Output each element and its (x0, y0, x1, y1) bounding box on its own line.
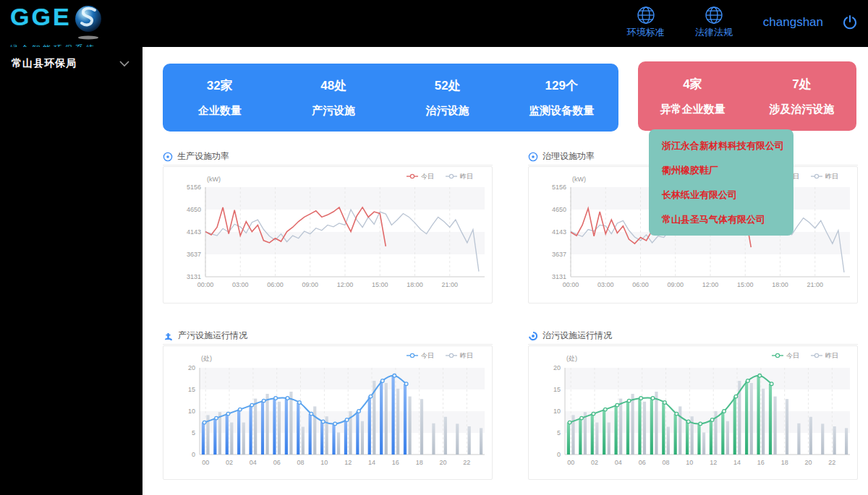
svg-text:12: 12 (344, 459, 352, 466)
svg-text:00:00: 00:00 (197, 281, 214, 288)
nav-label: 环境标准 (627, 26, 665, 39)
org-name: 常山县环保局 (12, 57, 77, 70)
abnormal-stats-card[interactable]: 4家 异常企业数量 7处 涉及治污设施 (638, 61, 856, 131)
svg-text:06: 06 (273, 459, 281, 466)
svg-text:14: 14 (733, 459, 741, 466)
svg-text:昨日: 昨日 (460, 173, 473, 180)
sidebar-item-org[interactable]: 常山县环保局 (0, 47, 142, 70)
svg-text:(kW): (kW) (207, 176, 221, 183)
svg-text:3131: 3131 (552, 273, 566, 280)
svg-text:06:00: 06:00 (632, 281, 649, 288)
svg-text:15:00: 15:00 (372, 281, 388, 288)
svg-text:10: 10 (188, 408, 195, 415)
target-icon (163, 152, 173, 162)
svg-text:12:00: 12:00 (702, 281, 719, 288)
production-power-chart: 51564650414336373131(kW)00:0003:0006:000… (163, 167, 492, 303)
svg-text:今日: 今日 (421, 352, 434, 359)
stat-enterprises: 32家 企业数量 (163, 64, 277, 132)
svg-text:04: 04 (250, 459, 257, 466)
faucet-icon (163, 331, 174, 341)
stat-monitoring-devices: 129个 监测设备数量 (505, 64, 619, 132)
nav-item-env-standards[interactable]: 环境标准 (627, 6, 665, 39)
stat-value: 32家 (207, 77, 233, 94)
top-navigation: 环境标准 法律法规 changshan (627, 6, 861, 39)
svg-text:15:00: 15:00 (737, 281, 754, 288)
svg-text:(处): (处) (566, 355, 577, 362)
svg-text:04: 04 (615, 459, 622, 466)
abnormal-company-dropdown: 浙江永合新材料科技有限公司 衢州橡胶鞋厂 长林纸业有限公司 常山县圣马气体有限公… (649, 129, 793, 236)
username[interactable]: changshan (763, 15, 823, 30)
company-link[interactable]: 常山县圣马气体有限公司 (649, 207, 793, 232)
svg-text:4650: 4650 (552, 206, 566, 213)
svg-text:18:00: 18:00 (407, 281, 423, 288)
stat-label: 企业数量 (198, 104, 242, 118)
svg-text:09:00: 09:00 (302, 281, 318, 288)
chart-card: 51564650414336373131(kW)00:0003:0006:000… (163, 166, 493, 304)
production-power-section: 生产设施功率 51564650414336373131(kW)00:0003:0… (163, 148, 493, 304)
chart-title: 生产设施功率 (177, 150, 229, 163)
company-link[interactable]: 衢州橡胶鞋厂 (649, 158, 793, 183)
svg-text:16: 16 (392, 459, 399, 466)
legend-item[interactable]: 今日 (407, 352, 434, 359)
stat-pollution-facilities: 48处 产污设施 (277, 64, 391, 132)
chart-card: 20151050(处)000204060810121416182022今日昨日 (528, 345, 858, 480)
stat-treatment-facilities: 52处 治污设施 (391, 64, 505, 132)
legend-item[interactable]: 昨日 (446, 173, 473, 180)
chevron-down-icon (119, 61, 129, 67)
treatment-facility-status-section: 治污设施运行情况 20151050(处)00020406081012141618… (528, 327, 858, 480)
legend-item[interactable]: 昨日 (446, 352, 473, 359)
globe-icon (705, 6, 723, 25)
svg-text:00: 00 (567, 459, 574, 466)
svg-text:10: 10 (553, 408, 561, 415)
svg-text:20: 20 (188, 364, 195, 371)
svg-text:(kW): (kW) (572, 176, 586, 183)
svg-text:3637: 3637 (552, 251, 566, 258)
sphere-s-logo-icon (73, 4, 105, 42)
svg-text:5156: 5156 (552, 184, 566, 191)
topbar: GGE 绿金智能环保系统 (0, 0, 868, 47)
stat-abnormal-enterprises: 4家 异常企业数量 (638, 61, 747, 131)
nav-label: 法律法规 (695, 26, 733, 39)
logout-button[interactable] (842, 14, 858, 30)
chart-title: 产污设施运行情况 (178, 330, 247, 342)
svg-text:15: 15 (188, 386, 195, 393)
svg-text:今日: 今日 (786, 352, 799, 359)
chart-card: 20151050(处)000204060810121416182022今日昨日 (163, 345, 493, 480)
svg-text:昨日: 昨日 (825, 352, 838, 359)
stat-value: 129个 (545, 77, 578, 94)
sidebar: 常山县环保局 (0, 47, 142, 495)
svg-text:5: 5 (192, 429, 195, 436)
svg-text:10: 10 (686, 459, 693, 466)
legend-item[interactable]: 昨日 (811, 173, 838, 180)
svg-text:5: 5 (557, 429, 561, 436)
svg-text:03:00: 03:00 (597, 281, 614, 288)
svg-text:0: 0 (557, 451, 561, 458)
svg-text:0: 0 (192, 451, 195, 458)
svg-text:4143: 4143 (552, 228, 566, 236)
company-link[interactable]: 浙江永合新材料科技有限公司 (649, 134, 793, 158)
svg-text:22: 22 (828, 459, 835, 466)
stat-label: 异常企业数量 (660, 103, 726, 116)
svg-text:20: 20 (805, 459, 812, 466)
stat-value: 7处 (792, 76, 811, 92)
svg-text:15: 15 (553, 386, 561, 393)
svg-text:06: 06 (639, 459, 646, 466)
chart-title-row: 治污设施运行情况 (528, 327, 858, 345)
stat-label: 治污设施 (426, 104, 469, 118)
stat-label: 产污设施 (312, 104, 355, 118)
svg-text:3637: 3637 (187, 251, 201, 258)
globe-icon (637, 6, 655, 25)
svg-text:09:00: 09:00 (667, 281, 684, 288)
svg-text:4650: 4650 (187, 206, 201, 213)
svg-text:21:00: 21:00 (807, 281, 823, 288)
svg-text:18: 18 (781, 459, 788, 466)
nav-item-laws[interactable]: 法律法规 (695, 6, 733, 39)
legend-item[interactable]: 今日 (407, 173, 434, 180)
svg-text:3131: 3131 (187, 273, 201, 280)
target-icon (528, 152, 538, 162)
company-link[interactable]: 长林纸业有限公司 (649, 183, 793, 207)
legend-item[interactable]: 今日 (772, 352, 799, 359)
legend-item[interactable]: 昨日 (811, 352, 838, 359)
chart-title: 治理设施功率 (542, 150, 595, 163)
svg-text:16: 16 (757, 459, 765, 466)
